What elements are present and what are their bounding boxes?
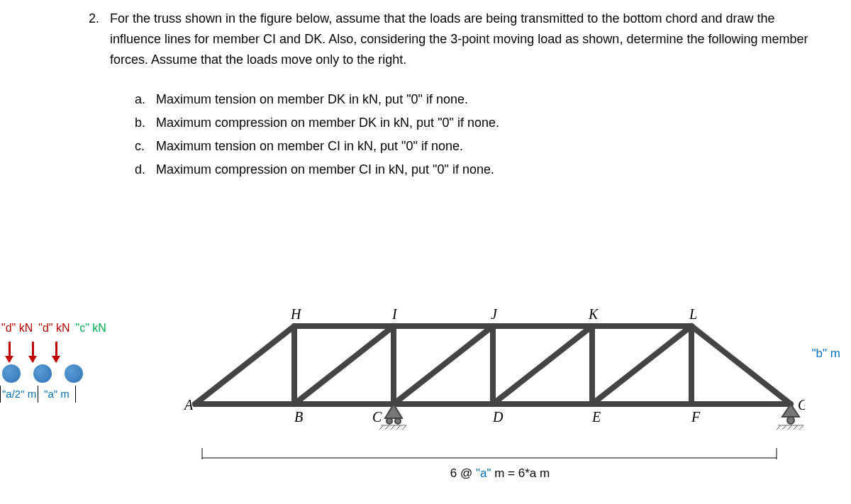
truss-height-label: "b" m xyxy=(812,344,840,363)
load-arrow-icon xyxy=(32,342,34,362)
spacing-label-2: "a" m xyxy=(38,386,76,403)
node-C: C xyxy=(372,409,382,425)
span-suffix: m = 6*a m xyxy=(491,466,550,480)
moving-load-diagram: "d" kN "d" kN "c" kN "a/2" m "a" m xyxy=(0,319,156,403)
item-c-text: Maximum tension on member CI in kN, put … xyxy=(156,136,463,157)
svg-line-28 xyxy=(794,425,798,430)
truss-figure: A B C D E F G H I J K L "b" m xyxy=(181,305,833,446)
svg-line-19 xyxy=(391,425,395,430)
svg-point-14 xyxy=(386,418,392,424)
svg-point-23 xyxy=(787,417,794,424)
span-prefix: 6 @ xyxy=(450,466,476,480)
item-a-text: Maximum tension on member DK in kN, put … xyxy=(156,89,468,110)
span-dimension: 6 @ "a" m = 6*a m xyxy=(199,454,801,483)
sub-items-list: a. Maximum tension on member DK in kN, p… xyxy=(135,89,823,179)
wheel-icon xyxy=(33,364,52,383)
node-D: D xyxy=(492,409,504,425)
svg-line-3 xyxy=(691,326,791,404)
node-E: E xyxy=(591,409,601,425)
item-a: a. Maximum tension on member DK in kN, p… xyxy=(135,89,823,110)
load-arrow-icon xyxy=(55,342,57,362)
item-d: d. Maximum compression on member CI in k… xyxy=(135,159,823,180)
node-F: F xyxy=(691,409,701,425)
node-L: L xyxy=(689,306,697,322)
span-var: "a" xyxy=(476,466,491,480)
svg-line-9 xyxy=(294,326,394,404)
svg-line-25 xyxy=(777,425,781,430)
wheel-icon xyxy=(2,364,21,383)
node-K: K xyxy=(588,306,599,322)
item-d-letter: d. xyxy=(135,159,156,180)
problem-number: 2. xyxy=(89,9,99,29)
svg-line-10 xyxy=(394,326,493,404)
svg-line-26 xyxy=(782,425,786,430)
spacing-label-1: "a/2" m xyxy=(0,386,38,403)
item-b-text: Maximum compression on member DK in kN, … xyxy=(156,113,499,133)
svg-point-15 xyxy=(395,418,401,424)
item-b-letter: b. xyxy=(135,113,156,133)
svg-line-29 xyxy=(799,425,803,430)
load-label-3: "c" kN xyxy=(76,319,106,337)
svg-line-20 xyxy=(396,425,401,430)
item-c-letter: c. xyxy=(135,136,156,157)
svg-line-17 xyxy=(379,425,384,430)
load-label-2: "d" kN xyxy=(38,319,69,337)
load-arrow-icon xyxy=(9,342,11,362)
svg-line-18 xyxy=(385,425,389,430)
item-b: b. Maximum compression on member DK in k… xyxy=(135,113,823,133)
load-label-1: "d" kN xyxy=(1,319,33,337)
node-G: G xyxy=(798,397,805,413)
wheel-icon xyxy=(65,364,83,383)
item-a-letter: a. xyxy=(135,89,156,110)
problem-statement: For the truss shown in the figure below,… xyxy=(110,9,823,69)
node-B: B xyxy=(294,409,303,425)
node-H: H xyxy=(290,306,302,322)
truss-svg: A B C D E F G H I J K L xyxy=(181,305,805,439)
svg-line-12 xyxy=(592,326,691,404)
svg-line-11 xyxy=(493,326,592,404)
item-c: c. Maximum tension on member CI in kN, p… xyxy=(135,136,823,157)
svg-line-27 xyxy=(788,425,792,430)
node-I: I xyxy=(391,306,398,322)
node-J: J xyxy=(491,306,498,322)
svg-line-21 xyxy=(402,425,406,430)
svg-line-2 xyxy=(195,326,294,404)
node-A: A xyxy=(183,397,194,413)
item-d-text: Maximum compression on member CI in kN, … xyxy=(156,159,494,180)
